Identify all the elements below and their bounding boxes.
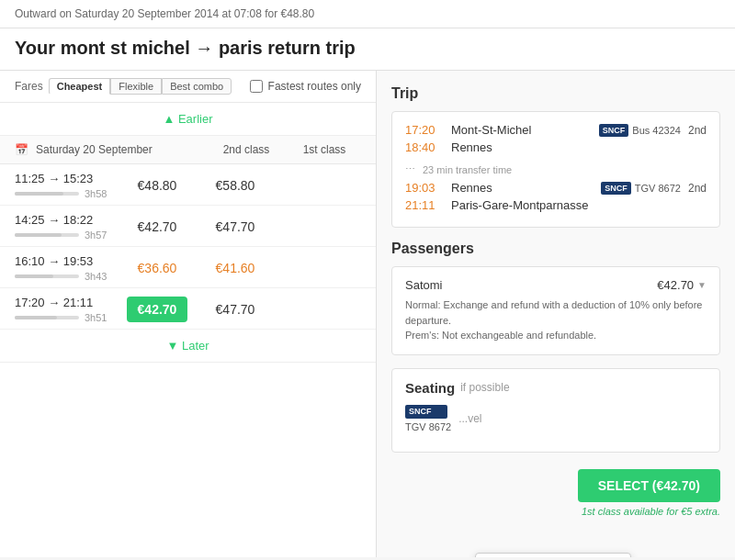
- fares-label: Fares: [15, 80, 43, 93]
- seating-title: Seating: [405, 380, 455, 396]
- seating-sub: if possible: [460, 381, 509, 394]
- ticket-info-prems: Prem's: Not exchangeable and refundable.: [405, 328, 707, 343]
- sncf-badge-seating: SNCF: [405, 405, 447, 420]
- price-2nd-selected: €42.70: [116, 302, 198, 317]
- fastest-routes-checkbox[interactable]: [250, 80, 263, 93]
- left-panel: Fares Cheapest Flexible Best combo Faste…: [0, 71, 377, 557]
- passenger-name: Satomi: [405, 278, 442, 292]
- time-range: 17:20 → 21:11: [15, 296, 116, 309]
- duration-bar: 3h57: [15, 230, 116, 241]
- price-1st: €58.80: [198, 178, 272, 193]
- leg-station-2: Rennes: [451, 140, 707, 154]
- price-2nd: €48.80: [116, 178, 198, 193]
- train-time: 16:10 → 19:53 3h43: [15, 254, 116, 282]
- class-1st-header: 1st class: [288, 143, 361, 156]
- train-row[interactable]: 14:25 → 18:22 3h57 €42.70 €47.70: [0, 206, 376, 247]
- time-range: 14:25 → 18:22: [15, 213, 116, 227]
- transfer-dots-icon: ⋯: [405, 163, 415, 175]
- tab-flexible[interactable]: Flexible: [110, 78, 162, 95]
- earlier-button[interactable]: ▲ Earlier: [0, 103, 376, 136]
- date-header: 📅 Saturday 20 September 2nd class 1st cl…: [0, 136, 376, 164]
- chevron-down-icon[interactable]: ▼: [697, 280, 707, 290]
- seating-dropdown: ✓ Indifferent Window Aisle Twin side-by-…: [475, 553, 631, 558]
- bar-track: [15, 274, 79, 278]
- leg-time-1: 17:20: [405, 123, 451, 137]
- travel-label: ...vel: [458, 412, 481, 425]
- tab-best-combo[interactable]: Best combo: [162, 78, 232, 95]
- sncf-badge-1: SNCF: [599, 124, 629, 137]
- duration-text: 3h43: [85, 271, 107, 282]
- passengers-title: Passengers: [391, 241, 720, 257]
- tab-cheapest[interactable]: Cheapest: [49, 78, 111, 95]
- fare-group: Fares Cheapest Flexible Best combo: [15, 78, 232, 95]
- top-bar-text: Outward on Saturday 20 September 2014 at…: [15, 7, 314, 20]
- passenger-price: €42.70 ▼: [657, 278, 707, 292]
- leg-time-2: 18:40: [405, 140, 451, 154]
- trip-leg-1: 17:20 Mont-St-Michel SNCF Bus 42324 2nd: [405, 123, 707, 137]
- transfer-time-text: 23 min transfer time: [423, 164, 512, 175]
- train-row[interactable]: 16:10 → 19:53 3h43 €36.60 €41.60: [0, 247, 376, 288]
- price-1st: €47.70: [198, 302, 272, 317]
- fastest-routes-filter: Fastest routes only: [250, 80, 361, 93]
- page-title: Your mont st michel → paris return trip: [0, 28, 735, 71]
- trip-leg-4: 21:11 Paris-Gare-Montparnasse: [405, 198, 707, 212]
- trip-card: 17:20 Mont-St-Michel SNCF Bus 42324 2nd …: [391, 111, 720, 228]
- train-num-1: Bus 42324: [632, 125, 681, 136]
- train-time: 17:20 → 21:11 3h51: [15, 296, 116, 323]
- bar-track: [15, 233, 79, 237]
- class-badge-1: 2nd: [688, 124, 707, 137]
- passenger-price-value: €42.70: [657, 278, 694, 292]
- fare-tabs: Cheapest Flexible Best combo: [49, 78, 232, 95]
- train-num-2: TGV 8672: [635, 183, 681, 194]
- seating-train-info: SNCF TGV 8672 ...vel: [405, 405, 707, 434]
- price-2nd: €42.70: [116, 219, 198, 234]
- duration-text: 3h57: [85, 230, 107, 241]
- sncf-train-badge: SNCF TGV 8672: [405, 405, 451, 434]
- fastest-routes-label: Fastest routes only: [268, 80, 361, 93]
- selected-price-badge: €42.70: [127, 297, 188, 322]
- date-label: Saturday 20 September: [36, 143, 205, 156]
- seating-header: Seating if possible: [405, 380, 707, 396]
- time-range: 16:10 → 19:53: [15, 254, 116, 268]
- top-bar: Outward on Saturday 20 September 2014 at…: [0, 0, 735, 28]
- bar-track: [15, 316, 79, 319]
- leg-time-4: 21:11: [405, 198, 451, 212]
- seating-option-indifferent[interactable]: ✓ Indifferent: [476, 554, 630, 558]
- duration-bar: 3h51: [15, 312, 116, 323]
- price-2nd-orange: €36.60: [116, 261, 198, 275]
- trip-leg-3: 19:03 Rennes SNCF TGV 8672 2nd: [405, 181, 707, 195]
- train-time: 11:25 → 15:23 3h58: [15, 172, 116, 199]
- calendar-icon: 📅: [15, 143, 28, 156]
- first-class-note: 1st class available for €5 extra.: [391, 506, 720, 517]
- later-button[interactable]: ▼ Later: [0, 330, 376, 363]
- title-text: Your mont st michel → paris return trip: [15, 38, 356, 58]
- train-time: 14:25 → 18:22 3h57: [15, 213, 116, 241]
- bar-track: [15, 192, 79, 196]
- duration-bar: 3h58: [15, 188, 116, 199]
- trip-leg-2: 18:40 Rennes: [405, 140, 707, 154]
- select-button[interactable]: SELECT (€42.70): [578, 469, 720, 502]
- leg-station-3: Rennes: [451, 181, 601, 195]
- passenger-row: Satomi €42.70 ▼: [405, 278, 707, 292]
- transfer-line: ⋯ 23 min transfer time: [405, 158, 707, 181]
- filter-bar: Fares Cheapest Flexible Best combo Faste…: [0, 71, 376, 103]
- duration-text: 3h51: [85, 312, 107, 323]
- train-row[interactable]: 11:25 → 15:23 3h58 €48.80 €58.80: [0, 164, 376, 206]
- sncf-badge-2: SNCF: [601, 182, 631, 195]
- select-btn-row: SELECT (€42.70): [391, 465, 720, 502]
- class-2nd-header: 2nd class: [205, 143, 288, 156]
- leg-station-4: Paris-Gare-Montparnasse: [451, 198, 707, 212]
- price-1st: €47.70: [198, 219, 272, 234]
- trip-title: Trip: [391, 85, 720, 102]
- passengers-card: Satomi €42.70 ▼ Normal: Exchange and ref…: [391, 266, 720, 355]
- right-panel: Trip 17:20 Mont-St-Michel SNCF Bus 42324…: [377, 71, 735, 557]
- leg-station-1: Mont-St-Michel: [451, 123, 599, 137]
- train-row-selected[interactable]: 17:20 → 21:11 3h51 €42.70 €47.70: [0, 288, 376, 330]
- price-1st-orange: €41.60: [198, 261, 272, 275]
- seating-train-num: TGV 8672: [405, 420, 451, 433]
- main-layout: Fares Cheapest Flexible Best combo Faste…: [0, 71, 735, 557]
- duration-bar: 3h43: [15, 271, 116, 282]
- time-range: 11:25 → 15:23: [15, 172, 116, 185]
- seating-section: Seating if possible SNCF TGV 8672 ...vel…: [391, 368, 720, 454]
- leg-time-3: 19:03: [405, 181, 451, 195]
